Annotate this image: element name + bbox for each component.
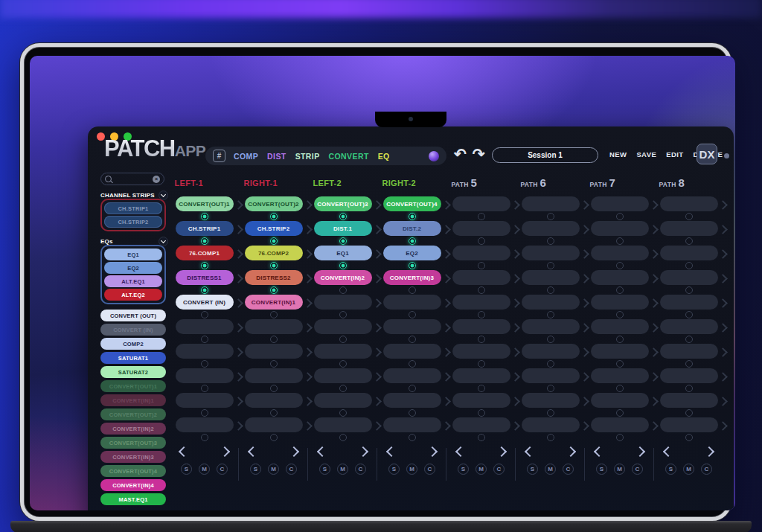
connection-node[interactable] (201, 385, 208, 392)
empty-slot[interactable] (314, 319, 372, 334)
empty-slot[interactable] (660, 221, 718, 236)
empty-slot[interactable] (660, 417, 718, 432)
connection-node[interactable] (270, 434, 278, 441)
empty-slot[interactable] (383, 344, 441, 359)
empty-slot[interactable] (522, 319, 580, 334)
connection-node[interactable] (547, 237, 554, 245)
path-next-icon[interactable] (358, 446, 368, 457)
filter-tag-dist[interactable]: DIST (267, 152, 286, 161)
empty-slot[interactable] (660, 270, 718, 285)
filter-tag-strip[interactable]: STRIP (295, 152, 320, 161)
connection-node[interactable] (339, 336, 347, 343)
search-input[interactable] (114, 175, 150, 184)
module-pill-distress1[interactable]: DISTRESS1 (176, 270, 234, 285)
empty-slot[interactable] (383, 295, 441, 310)
connection-node[interactable] (547, 409, 554, 417)
empty-slot[interactable] (383, 417, 441, 432)
empty-slot[interactable] (591, 246, 649, 260)
connection-node[interactable] (547, 336, 554, 343)
connection-node[interactable] (270, 237, 278, 245)
empty-slot[interactable] (176, 344, 234, 359)
connection-node[interactable] (685, 336, 693, 343)
connection-node[interactable] (685, 311, 693, 318)
sidebar-item-eq1[interactable]: EQ1 (104, 249, 162, 260)
connection-node[interactable] (616, 262, 624, 269)
path-next-icon[interactable] (496, 446, 507, 457)
filter-tag-convert[interactable]: CONVERT (329, 152, 369, 161)
connection-node[interactable] (616, 213, 624, 220)
empty-slot[interactable] (522, 417, 580, 432)
action-save[interactable]: SAVE (636, 150, 656, 158)
empty-slot[interactable] (383, 319, 441, 334)
connection-node[interactable] (478, 336, 485, 343)
connection-node[interactable] (270, 385, 278, 392)
path-prev-icon[interactable] (663, 446, 673, 457)
sidebar-item-ch-strip1[interactable]: CH.STRIP1 (104, 202, 162, 214)
connection-node[interactable] (201, 237, 208, 245)
connection-node[interactable] (339, 434, 347, 441)
empty-slot[interactable] (522, 368, 580, 383)
connection-node[interactable] (201, 434, 208, 441)
connection-node[interactable] (339, 311, 347, 318)
empty-slot[interactable] (591, 295, 649, 310)
connection-node[interactable] (547, 360, 554, 368)
connection-node[interactable] (201, 409, 208, 417)
filter-bar[interactable]: # COMPDISTSTRIPCONVERTEQ (205, 147, 446, 165)
empty-slot[interactable] (245, 393, 303, 408)
sidebar-item-alt-eq2[interactable]: ALT.EQ2 (104, 289, 162, 301)
module-pill-convert-in-2[interactable]: CONVERT(IN)2 (314, 270, 372, 285)
redo-icon[interactable] (473, 144, 485, 164)
connection-node[interactable] (547, 213, 554, 220)
connection-node[interactable] (478, 286, 485, 294)
empty-slot[interactable] (591, 270, 649, 285)
sidebar-item-mast-eq1[interactable]: MAST.EQ1 (100, 493, 166, 505)
path-prev-icon[interactable] (386, 446, 397, 457)
path-next-icon[interactable] (220, 446, 230, 457)
session-name-pill[interactable]: Session 1 (492, 147, 598, 163)
solo-button[interactable]: S (665, 464, 676, 475)
connection-node[interactable] (409, 409, 416, 417)
filter-tag-eq[interactable]: EQ (378, 152, 390, 161)
module-pill-eq1[interactable]: EQ1 (314, 246, 372, 260)
connection-node[interactable] (409, 213, 416, 220)
solo-button[interactable]: S (458, 464, 469, 475)
empty-slot[interactable] (522, 295, 580, 310)
connection-node[interactable] (339, 360, 347, 368)
sidebar-item-ch-strip2[interactable]: CH.STRIP2 (104, 216, 162, 228)
module-pill-convert-out-3[interactable]: CONVERT(OUT)3 (314, 196, 372, 211)
module-pill-convert-in[interactable]: CONVERT (IN) (176, 295, 234, 310)
connection-node[interactable] (270, 409, 278, 417)
connection-node[interactable] (339, 213, 347, 220)
empty-slot[interactable] (452, 196, 510, 211)
empty-slot[interactable] (660, 295, 718, 310)
connection-node[interactable] (685, 385, 693, 392)
solo-button[interactable]: S (250, 464, 261, 475)
module-pill-ch-strip2[interactable]: CH.STRIP2 (245, 221, 303, 236)
connection-node[interactable] (616, 311, 624, 318)
clear-search-icon[interactable] (153, 176, 160, 183)
empty-slot[interactable] (591, 368, 649, 383)
module-pill-convert-out-1[interactable]: CONVERT(OUT)1 (176, 196, 234, 211)
connection-node[interactable] (201, 360, 208, 368)
mute-button[interactable]: M (199, 464, 210, 475)
connection-node[interactable] (409, 262, 416, 269)
connection-node[interactable] (616, 434, 624, 441)
path-next-icon[interactable] (635, 446, 645, 457)
action-new[interactable]: NEW (609, 150, 627, 158)
mute-button[interactable]: M (545, 464, 556, 475)
connection-node[interactable] (478, 385, 485, 392)
sidebar-item-convert-out-3[interactable]: CONVERT(OUT)3 (100, 437, 166, 449)
empty-slot[interactable] (522, 393, 580, 408)
connection-node[interactable] (547, 262, 554, 269)
path-prev-icon[interactable] (179, 446, 189, 457)
path-next-icon[interactable] (289, 446, 299, 457)
connection-node[interactable] (616, 237, 624, 245)
empty-slot[interactable] (660, 368, 718, 383)
chevron-down-icon[interactable] (159, 190, 168, 200)
connection-node[interactable] (685, 213, 693, 220)
path-next-icon[interactable] (704, 446, 714, 457)
connection-node[interactable] (270, 311, 278, 318)
connection-node[interactable] (616, 409, 624, 417)
module-pill-dist-1[interactable]: DIST.1 (314, 221, 372, 236)
empty-slot[interactable] (591, 221, 649, 236)
